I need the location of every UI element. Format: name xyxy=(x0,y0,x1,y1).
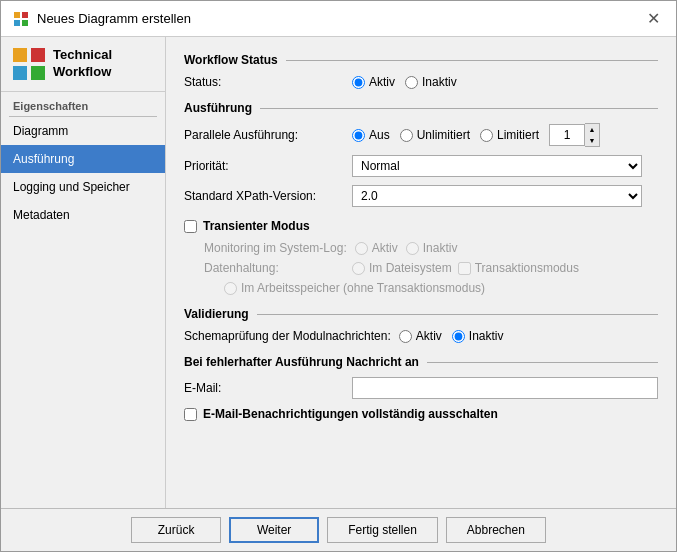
datenhaltung-row: Datenhaltung: Im Dateisystem Transaktion… xyxy=(204,261,658,275)
status-radio-group: Aktiv Inaktiv xyxy=(352,75,457,89)
svg-rect-3 xyxy=(22,20,28,26)
arbeitsspeicher-label: Im Arbeitsspeicher (ohne Transaktionsmod… xyxy=(241,281,485,295)
limitiert-spinner: 1 ▲ ▼ xyxy=(549,123,600,147)
workflow-status-header: Workflow Status xyxy=(184,53,658,67)
email-input[interactable] xyxy=(352,377,658,399)
app-info: TechnicalWorkflow xyxy=(1,37,165,92)
cancel-button[interactable]: Abbrechen xyxy=(446,517,546,543)
schema-row: Schemaprüfung der Modulnachrichten: Akti… xyxy=(184,329,658,343)
email-notification-checkbox[interactable] xyxy=(184,408,197,421)
parallel-limitiert-option[interactable]: Limitiert xyxy=(480,128,539,142)
transienter-settings: Monitoring im System-Log: Aktiv Inaktiv xyxy=(204,241,658,295)
spinner-up[interactable]: ▲ xyxy=(585,124,599,135)
status-aktiv-label: Aktiv xyxy=(369,75,395,89)
monitoring-inaktiv-label: Inaktiv xyxy=(423,241,458,255)
xpath-row: Standard XPath-Version: 2.0 1.0 xyxy=(184,185,658,207)
close-button[interactable]: ✕ xyxy=(643,9,664,29)
dialog-icon xyxy=(13,11,29,27)
validierung-header: Validierung xyxy=(184,307,658,321)
parallel-limitiert-label: Limitiert xyxy=(497,128,539,142)
xpath-select[interactable]: 2.0 1.0 xyxy=(352,185,642,207)
monitoring-radio-group: Aktiv Inaktiv xyxy=(355,241,458,255)
sidebar-section-label: Eigenschaften xyxy=(1,92,165,116)
spinner-down[interactable]: ▼ xyxy=(585,135,599,146)
svg-rect-6 xyxy=(13,66,27,80)
datenhaltung-label: Datenhaltung: xyxy=(204,261,344,275)
svg-rect-0 xyxy=(14,12,20,18)
email-label: E-Mail: xyxy=(184,381,344,395)
parallel-unlimitiert-label: Unlimitiert xyxy=(417,128,470,142)
main-panel: Workflow Status Status: Aktiv Inaktiv Au… xyxy=(166,37,676,508)
prioritaet-select[interactable]: Normal Hoch Niedrig xyxy=(352,155,642,177)
sidebar-item-diagramm[interactable]: Diagramm xyxy=(1,117,165,145)
parallel-row: Parallele Ausführung: Aus Unlimitiert Li… xyxy=(184,123,658,147)
parallel-label: Parallele Ausführung: xyxy=(184,128,344,142)
monitoring-row: Monitoring im System-Log: Aktiv Inaktiv xyxy=(204,241,658,255)
title-bar: Neues Diagramm erstellen ✕ xyxy=(1,1,676,37)
parallel-unlimitiert-option[interactable]: Unlimitiert xyxy=(400,128,470,142)
sidebar-item-metadaten[interactable]: Metadaten xyxy=(1,201,165,229)
sidebar-item-logging[interactable]: Logging und Speicher xyxy=(1,173,165,201)
schema-label: Schemaprüfung der Modulnachrichten: xyxy=(184,329,391,343)
ausfuehrung-header: Ausführung xyxy=(184,101,658,115)
fehlerhaft-header: Bei fehlerhafter Ausführung Nachricht an xyxy=(184,355,658,369)
datenhaltung-dateisystem-option: Im Dateisystem xyxy=(352,261,452,275)
parallel-radio-group: Aus Unlimitiert Limitiert 1 ▲ ▼ xyxy=(352,123,600,147)
sidebar-item-ausfuehrung[interactable]: Ausführung xyxy=(1,145,165,173)
status-row: Status: Aktiv Inaktiv xyxy=(184,75,658,89)
dialog-title: Neues Diagramm erstellen xyxy=(37,11,191,26)
svg-rect-1 xyxy=(22,12,28,18)
datenhaltung-dateisystem-label: Im Dateisystem xyxy=(369,261,452,275)
monitoring-aktiv-label: Aktiv xyxy=(372,241,398,255)
arbeitsspeicher-row: Im Arbeitsspeicher (ohne Transaktionsmod… xyxy=(224,281,658,295)
email-notification-checkbox-group[interactable]: E-Mail-Benachrichtigungen vollständig au… xyxy=(184,407,658,421)
schema-aktiv-option[interactable]: Aktiv xyxy=(399,329,442,343)
arbeitsspeicher-option: Im Arbeitsspeicher (ohne Transaktionsmod… xyxy=(224,281,658,295)
dialog: Neues Diagramm erstellen ✕ TechnicalWork… xyxy=(0,0,677,552)
xpath-label: Standard XPath-Version: xyxy=(184,189,344,203)
transienter-label: Transienter Modus xyxy=(203,219,310,233)
svg-rect-5 xyxy=(31,48,45,62)
email-notification-label: E-Mail-Benachrichtigungen vollständig au… xyxy=(203,407,498,421)
svg-rect-7 xyxy=(31,66,45,80)
app-icon xyxy=(13,48,45,80)
schema-inaktiv-label: Inaktiv xyxy=(469,329,504,343)
monitoring-inaktiv-option: Inaktiv xyxy=(406,241,458,255)
schema-radio-group: Aktiv Inaktiv xyxy=(399,329,504,343)
prioritaet-row: Priorität: Normal Hoch Niedrig xyxy=(184,155,658,177)
transienter-checkbox-group[interactable]: Transienter Modus xyxy=(184,219,658,233)
parallel-aus-option[interactable]: Aus xyxy=(352,128,390,142)
finish-button[interactable]: Fertig stellen xyxy=(327,517,438,543)
transaktion-label: Transaktionsmodus xyxy=(475,261,579,275)
app-name: TechnicalWorkflow xyxy=(53,47,112,81)
schema-aktiv-label: Aktiv xyxy=(416,329,442,343)
prioritaet-label: Priorität: xyxy=(184,159,344,173)
footer: Zurück Weiter Fertig stellen Abbrechen xyxy=(1,508,676,551)
schema-inaktiv-option[interactable]: Inaktiv xyxy=(452,329,504,343)
monitoring-aktiv-option: Aktiv xyxy=(355,241,398,255)
status-aktiv-option[interactable]: Aktiv xyxy=(352,75,395,89)
transaktion-checkbox-item: Transaktionsmodus xyxy=(458,261,579,275)
status-label: Status: xyxy=(184,75,344,89)
email-row: E-Mail: xyxy=(184,377,658,399)
limitiert-value[interactable]: 1 xyxy=(549,124,585,146)
content-area: TechnicalWorkflow Eigenschaften Diagramm… xyxy=(1,37,676,508)
sidebar: TechnicalWorkflow Eigenschaften Diagramm… xyxy=(1,37,166,508)
status-inaktiv-label: Inaktiv xyxy=(422,75,457,89)
svg-rect-2 xyxy=(14,20,20,26)
monitoring-label: Monitoring im System-Log: xyxy=(204,241,347,255)
next-button[interactable]: Weiter xyxy=(229,517,319,543)
back-button[interactable]: Zurück xyxy=(131,517,221,543)
svg-rect-4 xyxy=(13,48,27,62)
transienter-checkbox[interactable] xyxy=(184,220,197,233)
status-inaktiv-option[interactable]: Inaktiv xyxy=(405,75,457,89)
parallel-aus-label: Aus xyxy=(369,128,390,142)
